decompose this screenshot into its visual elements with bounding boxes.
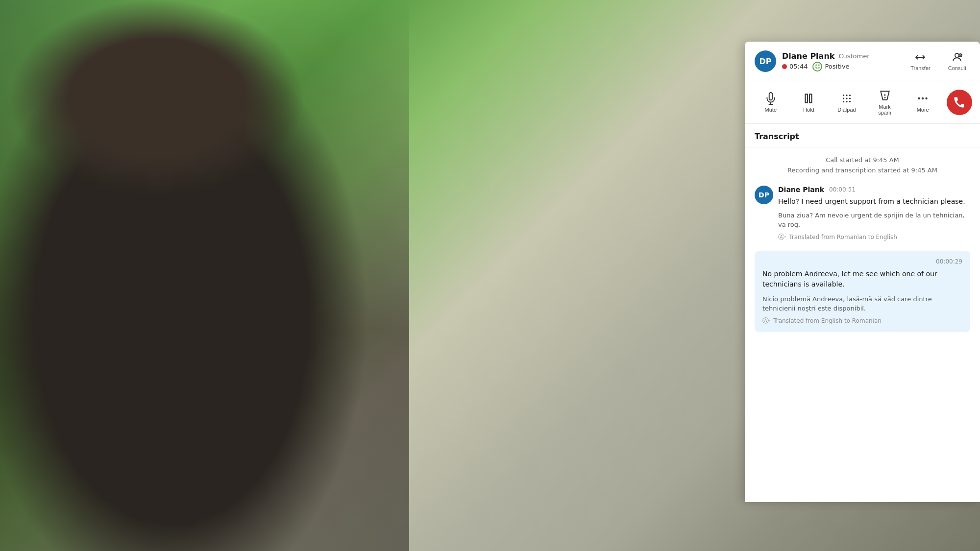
transcript-body: Call started at 9:45 AM Recording and tr…: [745, 147, 980, 502]
agent-message-bubble: 00:00:29 No problem Andreeva, let me see…: [755, 251, 970, 332]
consult-label: Consult: [948, 65, 966, 71]
sentiment-indicator: ☺ Positive: [812, 62, 849, 72]
agent-message-row: 00:00:29 No problem Andreeva, let me see…: [755, 251, 970, 332]
call-toolbar: Mute Hold Dialpad: [745, 81, 980, 124]
caller-info: Diane Plank Customer 05:44 ☺ Positive: [782, 51, 901, 72]
mute-button[interactable]: Mute: [753, 88, 789, 117]
dialpad-button[interactable]: Dialpad: [829, 88, 865, 117]
mark-spam-label: Mark spam: [873, 104, 897, 116]
call-metadata: Call started at 9:45 AM Recording and tr…: [755, 155, 970, 176]
mark-spam-icon: [879, 89, 891, 102]
svg-point-9: [849, 97, 851, 99]
customer-message-text: Hello? I need urgent support from a tech…: [778, 196, 970, 207]
call-started-text: Call started at 9:45 AM: [755, 155, 970, 166]
svg-point-17: [926, 97, 928, 99]
hold-label: Hold: [803, 107, 814, 113]
consult-button[interactable]: Consult: [944, 49, 970, 73]
transfer-icon: [914, 51, 926, 63]
agent-translated-text: Nicio problemă Andreeva, lasă-mă să văd …: [762, 294, 962, 313]
mute-label: Mute: [765, 107, 777, 113]
svg-point-11: [846, 101, 847, 102]
dialpad-icon: [840, 92, 853, 105]
hold-icon: [802, 92, 815, 105]
mute-icon: [764, 92, 777, 105]
customer-avatar: DP: [755, 186, 773, 204]
translate-icon: Ⓐ·: [778, 233, 786, 241]
more-label: More: [917, 107, 929, 113]
header-actions: Transfer Consult: [906, 49, 970, 73]
svg-point-15: [918, 97, 920, 99]
call-panel: DP Diane Plank Customer 05:44 ☺ Positive: [745, 42, 980, 502]
agent-translate-icon: Ⓐ·: [762, 316, 771, 325]
transfer-button[interactable]: Transfer: [906, 49, 934, 73]
svg-point-6: [849, 95, 851, 96]
svg-point-0: [955, 53, 959, 57]
end-call-button[interactable]: [947, 90, 972, 115]
svg-point-4: [843, 95, 844, 96]
customer-sender-name: Diane Plank: [778, 186, 824, 193]
caller-status-row: 05:44 ☺ Positive: [782, 62, 901, 72]
svg-point-16: [922, 97, 924, 99]
svg-point-12: [849, 101, 851, 102]
caller-avatar: DP: [755, 50, 776, 72]
recording-indicator: [782, 64, 787, 69]
agent-translation-note: Ⓐ· Translated from English to Romanian: [762, 316, 962, 325]
customer-message-time: 00:00:51: [829, 186, 856, 193]
agent-message-text: No problem Andreeva, let me see which on…: [762, 269, 962, 289]
person-photo: [0, 0, 409, 551]
sentiment-icon: ☺: [812, 62, 822, 72]
transfer-label: Transfer: [910, 65, 931, 71]
recording-started-text: Recording and transcription started at 9…: [755, 166, 970, 176]
call-header: DP Diane Plank Customer 05:44 ☺ Positive: [745, 42, 980, 81]
consult-icon: [951, 51, 963, 63]
svg-rect-2: [806, 94, 808, 102]
svg-point-10: [843, 101, 844, 102]
customer-message-header: Diane Plank 00:00:51: [778, 186, 970, 193]
svg-point-8: [846, 97, 847, 99]
transcript-header: Transcript: [745, 124, 980, 147]
caller-name: Diane Plank: [782, 51, 834, 61]
more-icon: [916, 92, 929, 105]
agent-message-time: 00:00:29: [762, 258, 962, 265]
svg-point-14: [884, 97, 885, 98]
call-timer: 05:44: [782, 63, 808, 70]
hold-button[interactable]: Hold: [791, 88, 827, 117]
caller-role: Customer: [838, 52, 869, 60]
dialpad-label: Dialpad: [837, 107, 856, 113]
svg-point-5: [846, 95, 847, 96]
end-call-icon: [953, 96, 966, 109]
svg-point-7: [843, 97, 844, 99]
customer-message-content: Diane Plank 00:00:51 Hello? I need urgen…: [778, 186, 970, 241]
more-button[interactable]: More: [905, 88, 941, 117]
mark-spam-button[interactable]: Mark spam: [867, 85, 903, 120]
customer-translation-note: Ⓐ· Translated from Romanian to English: [778, 233, 970, 241]
customer-message-row: DP Diane Plank 00:00:51 Hello? I need ur…: [755, 186, 970, 241]
caller-name-row: Diane Plank Customer: [782, 51, 901, 61]
svg-rect-3: [810, 94, 812, 102]
customer-translated-text: Buna ziua? Am nevoie urgent de sprijin d…: [778, 211, 970, 230]
